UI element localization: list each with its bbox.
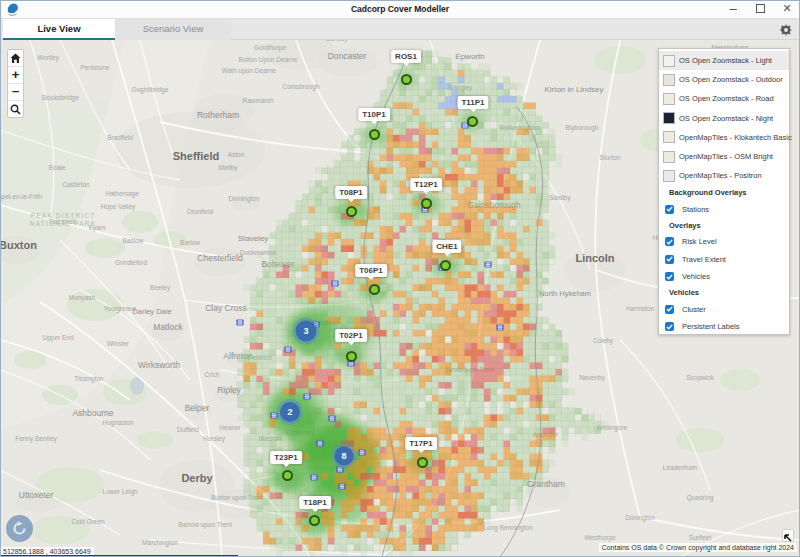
svg-text:Bradfield: Bradfield [107, 134, 133, 141]
svg-text:Saxilby: Saxilby [550, 194, 572, 202]
svg-text:Lincoln: Lincoln [575, 252, 614, 264]
svg-text:Hathersage: Hathersage [105, 190, 139, 198]
svg-text:Barlow: Barlow [180, 239, 200, 246]
svg-text:Ashbourne: Ashbourne [72, 408, 113, 418]
svg-text:Monyash: Monyash [69, 294, 96, 302]
svg-text:Long Bennington: Long Bennington [483, 524, 533, 532]
svg-text:Aston: Aston [228, 151, 245, 158]
svg-text:Chesterfield: Chesterfield [197, 253, 243, 263]
svg-text:Oughtibridge: Oughtibridge [131, 86, 169, 94]
svg-text:North Hykeham: North Hykeham [539, 289, 591, 298]
svg-text:Sheffield: Sheffield [173, 150, 219, 162]
svg-text:Kirton in Lindsey: Kirton in Lindsey [544, 85, 603, 94]
svg-text:Dronfield: Dronfield [187, 208, 213, 215]
svg-text:Quadring: Quadring [687, 494, 714, 502]
svg-text:Rawmarsh: Rawmarsh [242, 97, 273, 104]
svg-text:Stocksbridge: Stocksbridge [41, 94, 79, 102]
svg-text:Baslow: Baslow [123, 237, 144, 244]
svg-text:Surfleet: Surfleet [689, 534, 712, 541]
svg-text:Lower Leigh: Lower Leigh [102, 488, 138, 496]
svg-text:Navenby: Navenby [579, 374, 605, 382]
svg-text:Conisbrough: Conisbrough [283, 83, 320, 91]
svg-text:Cold Green: Cold Green [71, 518, 105, 525]
svg-text:Harmston: Harmston [626, 305, 655, 312]
svg-text:Tissington: Tissington [74, 375, 104, 383]
svg-text:Barrow upon Trent: Barrow upon Trent [178, 521, 232, 529]
svg-text:Wirksworth: Wirksworth [138, 360, 180, 370]
svg-text:Beeley: Beeley [150, 284, 171, 292]
svg-text:Wortley: Wortley [37, 54, 60, 62]
svg-text:Heanor: Heanor [219, 424, 241, 431]
svg-text:Duffield: Duffield [177, 426, 199, 433]
svg-text:Buxton: Buxton [0, 239, 37, 251]
svg-text:Epworth: Epworth [455, 52, 484, 61]
svg-text:Wath upon Dearne: Wath upon Dearne [222, 67, 277, 75]
svg-text:Westhorpe: Westhorpe [584, 534, 616, 542]
svg-text:Penistone: Penistone [81, 64, 110, 71]
svg-text:Coleby: Coleby [593, 337, 614, 345]
svg-text:Rotherham: Rotherham [197, 110, 239, 120]
svg-text:Grindleford: Grindleford [115, 259, 148, 266]
svg-text:Doncaster: Doncaster [328, 51, 367, 61]
svg-text:Horsley: Horsley [203, 435, 226, 443]
svg-text:Darley Dale: Darley Dale [132, 307, 171, 316]
svg-text:PEAK DISTRICT: PEAK DISTRICT [31, 212, 96, 219]
svg-text:Castleton: Castleton [62, 181, 90, 188]
svg-text:Leadenham: Leadenham [663, 464, 697, 471]
svg-text:Derby: Derby [181, 472, 213, 484]
svg-text:apel-en-le-Frith: apel-en-le-Frith [0, 193, 42, 201]
svg-text:Dinnington: Dinnington [228, 195, 259, 203]
svg-text:Hognaston: Hognaston [102, 419, 134, 427]
svg-text:Scopwick: Scopwick [686, 374, 714, 382]
svg-text:Edale: Edale [49, 164, 66, 171]
svg-text:Winster: Winster [107, 340, 130, 347]
svg-text:Crich: Crich [204, 371, 220, 378]
svg-text:Fenny Bentley: Fenny Bentley [15, 435, 57, 443]
svg-text:Uttoxeter: Uttoxeter [19, 490, 54, 500]
svg-text:Staveley: Staveley [238, 234, 269, 243]
svg-text:Clay Cross: Clay Cross [205, 303, 247, 313]
svg-text:NATIONAL PARK: NATIONAL PARK [30, 220, 96, 227]
svg-text:Donington: Donington [625, 514, 655, 522]
svg-text:Matlock: Matlock [153, 322, 183, 332]
svg-text:Bolton Upon Dearne: Bolton Upon Dearne [239, 56, 298, 64]
svg-text:Belper: Belper [185, 403, 210, 413]
svg-text:Sturton: Sturton [600, 154, 621, 161]
svg-text:Youlgreave: Youlgreave [104, 305, 137, 313]
svg-text:Maltby: Maltby [218, 164, 238, 172]
svg-text:Marchington: Marchington [142, 539, 178, 547]
svg-text:Hope Valley: Hope Valley [101, 203, 136, 211]
svg-text:Blyborough: Blyborough [566, 124, 599, 132]
svg-text:Upper End: Upper End [42, 334, 73, 342]
svg-text:Goldthorpe: Goldthorpe [254, 44, 287, 52]
